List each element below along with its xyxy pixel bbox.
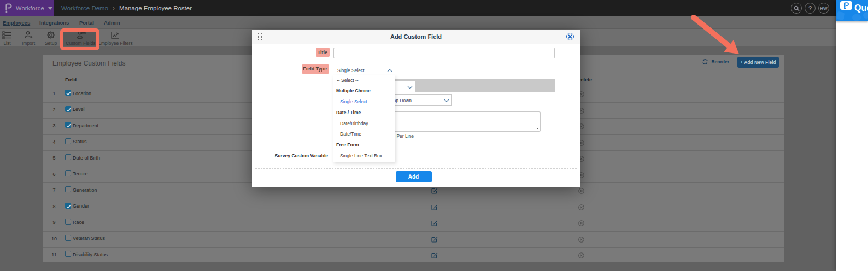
field-type-dropdown: -- Select --Multiple ChoiceSingle Select… [333, 75, 395, 162]
delete-row-button[interactable] [578, 251, 584, 261]
search-button[interactable] [791, 3, 802, 14]
delete-row-button[interactable] [578, 235, 584, 245]
edit-row-button[interactable] [431, 251, 438, 261]
delete-icon [578, 252, 584, 258]
dropdown-option[interactable]: Date/Birthday [333, 119, 395, 129]
delete-row-button[interactable] [578, 219, 584, 228]
toolbar-item-setup[interactable]: Setup [40, 29, 61, 46]
extension-header[interactable]: Qué [836, 0, 868, 21]
row-checkbox-unchecked[interactable] [65, 186, 71, 192]
resize-grip-icon[interactable] [535, 126, 539, 130]
chevron-down-icon [407, 86, 413, 89]
annotation-highlight-rect [60, 28, 99, 50]
product-switcher[interactable]: Workforce [0, 0, 54, 16]
delete-row-button[interactable] [578, 203, 584, 213]
primary-nav: EmployeesIntegrationsPortalAdmin [0, 16, 868, 29]
toolbar-item-employee-filters[interactable]: Employee Filters [98, 29, 133, 46]
edit-icon [431, 187, 438, 194]
tab-employees[interactable]: Employees [3, 20, 30, 26]
column-header-field: Field [65, 77, 77, 83]
toolbar-item-label: List [3, 40, 10, 46]
row-checkbox-unchecked[interactable] [65, 138, 71, 144]
title-field-label: Title [316, 48, 330, 57]
toolbar-item-import[interactable]: Import [17, 29, 39, 46]
add-button-label: Add [408, 174, 419, 180]
tab-portal[interactable]: Portal [79, 20, 94, 26]
dropdown-option[interactable]: Single Select [333, 97, 395, 108]
add-new-field-button[interactable]: + Add New Field [737, 57, 779, 68]
row-field-name: Disability Status [73, 252, 108, 257]
row-checkbox-checked[interactable] [65, 122, 71, 128]
table-row: 10Veteran Status [43, 232, 784, 248]
user-avatar[interactable]: HW [818, 3, 829, 14]
delete-row-button[interactable] [578, 186, 584, 196]
row-checkbox-unchecked[interactable] [65, 170, 71, 176]
field-type-select[interactable]: Single Select [333, 64, 395, 75]
toolbar-item-label: Employee Filters [98, 40, 132, 46]
row-number: 7 [46, 187, 62, 193]
edit-icon [431, 204, 438, 210]
row-field-name: Tenure [73, 171, 88, 176]
dropdown-option[interactable]: Date/Time [333, 129, 395, 140]
tab-integrations[interactable]: Integrations [39, 20, 69, 26]
dropdown-group-header: Multiple Choice [333, 86, 395, 97]
dropdown-option[interactable]: -- Select -- [333, 75, 395, 86]
title-input[interactable] [333, 48, 555, 58]
modal-title: Add Custom Field [252, 33, 580, 40]
table-row: 11Disability Status [43, 248, 784, 264]
row-checkbox-checked[interactable] [65, 203, 71, 209]
tab-admin[interactable]: Admin [104, 20, 120, 26]
edit-row-button[interactable] [431, 219, 438, 228]
row-checkbox-unchecked[interactable] [65, 251, 71, 257]
edit-icon [431, 252, 438, 258]
row-number: 5 [46, 155, 62, 161]
row-number: 11 [46, 252, 62, 257]
survey-custom-variable-label: Survey Custom Variable [274, 153, 328, 158]
add-button[interactable]: Add [396, 171, 432, 182]
edit-row-button[interactable] [431, 186, 438, 196]
breadcrumb-current: Manage Employee Roster [119, 5, 192, 11]
edit-row-button[interactable] [431, 235, 438, 245]
row-checkbox-checked[interactable] [65, 106, 71, 112]
top-bar: Workforce Workforce Demo › Manage Employ… [0, 0, 868, 16]
breadcrumb-parent[interactable]: Workforce Demo [61, 5, 108, 11]
row-field-name: Veteran Status [73, 235, 105, 241]
row-checkbox-unchecked[interactable] [65, 219, 71, 225]
row-checkbox-checked[interactable] [65, 90, 71, 96]
row-field-name: Gender [73, 203, 89, 209]
reorder-icon [702, 58, 708, 65]
breadcrumb: Workforce Demo › Manage Employee Roster [61, 0, 192, 16]
help-button[interactable]: ? [805, 3, 816, 14]
row-checkbox-unchecked[interactable] [65, 154, 71, 160]
row-number: 6 [46, 172, 62, 177]
help-icon: ? [808, 5, 812, 11]
dropdown-option[interactable]: Single Line Text Box [333, 151, 395, 162]
table-row: 9Race [43, 215, 784, 232]
edit-row-button[interactable] [431, 203, 438, 213]
edit-icon [431, 236, 438, 243]
chevron-down-icon [48, 7, 52, 10]
divider [255, 168, 577, 169]
import-icon [24, 30, 33, 39]
row-field-name: Department [73, 123, 98, 128]
product-name: Workforce [16, 5, 44, 11]
list-icon [2, 30, 12, 39]
decoration [836, 11, 846, 21]
decoration [852, 14, 861, 21]
row-field-name: Generation [73, 187, 97, 193]
extension-logo-icon [840, 1, 852, 10]
row-checkbox-unchecked[interactable] [65, 235, 71, 241]
brand-logo-icon [5, 3, 12, 13]
row-number: 1 [46, 91, 62, 96]
dropdown-group-header: Free Form [333, 140, 395, 151]
modal-header[interactable]: Add Custom Field [252, 30, 580, 44]
row-number: 4 [46, 139, 62, 145]
delete-icon [578, 204, 584, 210]
toolbar-item-list[interactable]: List [0, 29, 14, 46]
modal-close-button[interactable] [566, 33, 574, 40]
row-number: 10 [46, 236, 62, 241]
delete-icon [578, 220, 584, 226]
chevron-up-icon [387, 69, 392, 72]
reorder-button[interactable]: Reorder [702, 57, 729, 67]
delete-icon [578, 237, 584, 243]
